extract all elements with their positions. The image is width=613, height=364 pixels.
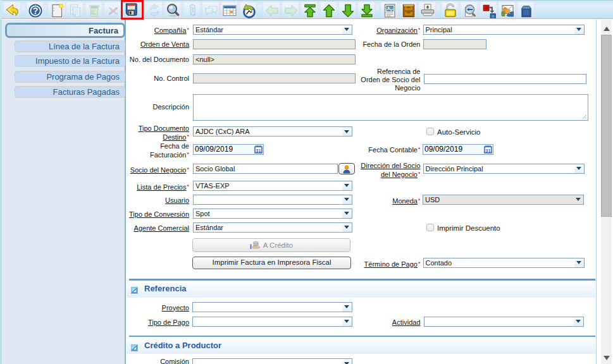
svg-text:?: ? — [33, 6, 39, 16]
svg-text:31: 31 — [485, 148, 490, 154]
svg-text:31: 31 — [256, 148, 261, 154]
